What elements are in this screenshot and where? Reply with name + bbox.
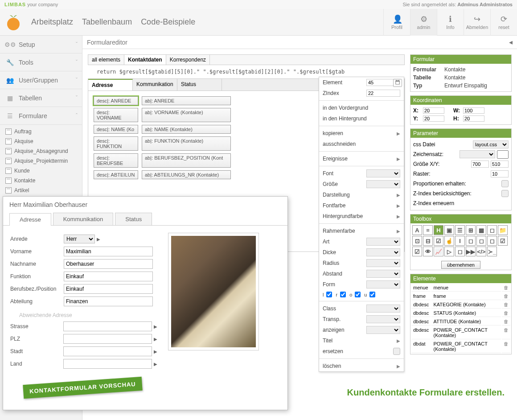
tool-16[interactable]: ◻ <box>487 236 497 246</box>
tool-1[interactable]: ≡ <box>423 225 433 235</box>
param-sizex[interactable] <box>471 161 489 168</box>
pv-vorname[interactable] <box>64 247 153 256</box>
collapse-right-icon[interactable]: ◂ <box>509 38 513 46</box>
tool-21[interactable]: ▷ <box>444 247 454 256</box>
param-raster[interactable] <box>491 170 509 177</box>
ctx-cut[interactable]: ausschneiden <box>319 139 404 149</box>
form-item-akquise_projekttermin[interactable]: Akquise_Projekttermin <box>0 156 82 166</box>
ctx-bordercolor[interactable]: Rahmenfarbe▶ <box>319 226 404 236</box>
uebernehmen-button[interactable]: übernehmen <box>441 261 480 269</box>
koord-h[interactable] <box>463 115 484 122</box>
tool-18[interactable]: ☑ <box>412 247 422 256</box>
nav-reset[interactable]: ⟳reset <box>490 9 517 36</box>
tool-2[interactable]: H <box>434 225 443 235</box>
form-item-akquise_absagegrund[interactable]: Akquise_Absagegrund <box>0 146 82 156</box>
ctx-events[interactable]: Ereignisse▶ <box>319 153 404 164</box>
form-item-artikel[interactable]: Artikel <box>0 185 82 195</box>
ctx-font-select[interactable] <box>366 169 400 177</box>
ab-box[interactable]: ab|: ANREDE <box>142 96 231 105</box>
form-item-auftrag[interactable]: Auftrag <box>0 127 82 136</box>
canvas-tab-2[interactable]: Status <box>177 79 222 91</box>
desc-box[interactable]: desc|: ABTEILUN <box>94 170 138 179</box>
ctx-anzeigen-select[interactable] <box>366 326 400 334</box>
form-item-kontakte[interactable]: Kontakte <box>0 176 82 185</box>
ctx-background[interactable]: in den Hintergrund <box>319 113 404 124</box>
toptab-0[interactable]: all elements <box>88 55 124 65</box>
param-sizey[interactable] <box>491 161 509 168</box>
sidegroup-tools[interactable]: 🔧Toolsˇ <box>0 54 82 71</box>
sidegroup-formulare[interactable]: ☰Formulareˆ <box>0 107 82 125</box>
pv-funktion[interactable] <box>64 272 153 281</box>
desc-box[interactable]: desc|: NAME (Ko <box>94 125 138 134</box>
nav-abmelden[interactable]: ↪Abmelden <box>464 9 490 36</box>
ab-box[interactable]: ab|: NAME (Kontakte) <box>142 125 231 134</box>
tool-11[interactable]: ☑ <box>434 236 443 246</box>
param-zren[interactable]: Z-Index erneuern <box>413 200 509 206</box>
ctx-chk-u[interactable] <box>369 292 375 297</box>
tool-19[interactable]: 👁 <box>423 247 433 256</box>
tool-10[interactable]: ⊟ <box>423 236 433 246</box>
ctx-class-select[interactable] <box>366 305 400 313</box>
ctx-form-select[interactable] <box>366 280 400 288</box>
tool-13[interactable]: I <box>455 236 465 246</box>
ctx-chk-r[interactable] <box>340 292 346 297</box>
tool-22[interactable]: ◻ <box>455 247 465 256</box>
tool-14[interactable]: ◻ <box>466 236 476 246</box>
elem-delete-icon[interactable]: 🗑 <box>502 301 510 309</box>
sidegroup-user/gruppen[interactable]: 👥User/Gruppenˇ <box>0 71 82 89</box>
tool-4[interactable]: ☰ <box>455 225 465 235</box>
pv-berufsbez./position[interactable] <box>64 284 153 294</box>
toptab-2[interactable]: Korrespondenz <box>166 55 210 65</box>
ctx-zindex-input[interactable] <box>366 90 400 97</box>
preview-tab-0[interactable]: Adresse <box>9 213 51 226</box>
tool-7[interactable]: ◻ <box>487 225 497 235</box>
ctx-abstand-select[interactable] <box>366 270 400 278</box>
elem-delete-icon[interactable]: 🗑 <box>502 309 510 317</box>
tool-6[interactable]: ▦ <box>476 225 486 235</box>
pv-land[interactable] <box>63 359 152 369</box>
form-item-akquise[interactable]: Akquise <box>0 136 82 146</box>
tool-9[interactable]: ⊡ <box>412 236 422 246</box>
tool-12[interactable]: ☝ <box>444 236 454 246</box>
tool-0[interactable]: A <box>412 225 422 235</box>
pv-nachname[interactable] <box>64 259 153 269</box>
param-zidx-chk[interactable] <box>501 190 509 197</box>
koord-x[interactable] <box>423 107 444 114</box>
tool-25[interactable]: ≻_ <box>487 247 497 256</box>
koord-y[interactable] <box>423 115 444 122</box>
ab-box[interactable]: ab|: VORNAME (Kontakte) <box>142 108 231 122</box>
nav-arbeitsplatz[interactable]: Arbeitsplatz <box>31 17 73 27</box>
tool-8[interactable]: 📁 <box>498 225 508 235</box>
param-prop-chk[interactable] <box>501 180 509 187</box>
ab-box[interactable]: ab|: ABTEILUNGS_NR (Kontakte) <box>142 170 231 179</box>
param-css-select[interactable]: layout.css <box>473 140 509 148</box>
elem-delete-icon[interactable]: 🗑 <box>502 340 510 353</box>
ctx-chk-l[interactable] <box>326 292 332 297</box>
tool-20[interactable]: 📈 <box>434 247 443 256</box>
pv-strasse[interactable] <box>63 321 152 331</box>
ctx-title[interactable]: Titel▶ <box>319 335 404 346</box>
tool-15[interactable]: ◻ <box>476 236 486 246</box>
tool-5[interactable]: ⊞ <box>466 225 476 235</box>
ab-box[interactable]: ab|: BERUFSBEZ_POSITION (Kont <box>142 153 231 168</box>
pv-abteilung[interactable] <box>64 296 153 306</box>
elem-delete-icon[interactable]: 🗑 <box>502 318 510 325</box>
desc-box[interactable]: desc|: FUNKTION <box>94 136 138 151</box>
preview-tab-2[interactable]: Status <box>115 213 152 225</box>
tool-23[interactable]: ▶▶ <box>466 247 476 256</box>
desc-box[interactable]: desc|: VORNAME <box>94 108 138 122</box>
ctx-art-select[interactable] <box>366 238 400 246</box>
ctx-bgcolor[interactable]: Hintergrundfarbe▶ <box>319 211 404 222</box>
desc-box[interactable]: desc|: BERUFSBE <box>94 153 138 168</box>
sidegroup-tabellen[interactable]: ▦Tabellenˇ <box>0 89 82 107</box>
tool-17[interactable]: ☑ <box>498 236 508 246</box>
pv-stadt[interactable] <box>63 346 152 356</box>
ctx-replace-chk[interactable] <box>393 348 400 355</box>
elem-delete-icon[interactable]: 🗑 <box>502 292 510 300</box>
ctx-thk-select[interactable] <box>366 248 400 256</box>
canvas-tab-0[interactable]: Adresse <box>88 79 133 91</box>
nav-info[interactable]: ℹInfo <box>437 9 464 36</box>
ctx-copy[interactable]: kopieren▶ <box>319 128 404 139</box>
elem-delete-icon[interactable]: 🗑 <box>502 326 510 339</box>
canvas-tab-1[interactable]: Kommunikation <box>133 79 177 91</box>
